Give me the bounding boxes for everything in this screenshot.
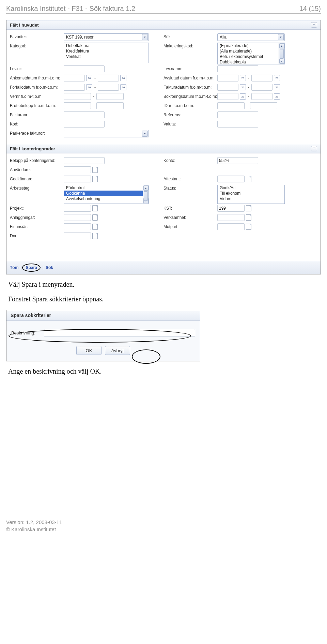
brutto-to-input[interactable] [96,102,124,109]
calendar-icon[interactable] [274,93,280,100]
lookup-icon[interactable] [246,176,251,182]
calendar-icon[interactable] [274,84,280,90]
kod-input[interactable] [64,121,105,128]
list-item[interactable]: Till ekonomi [218,191,284,196]
valuta-input[interactable] [217,121,258,128]
lookup-icon[interactable] [92,205,98,211]
list-item[interactable]: (Ej makulerade) [218,43,279,48]
calendar-icon[interactable] [86,84,92,90]
konto-input[interactable] [217,157,258,164]
list-item[interactable]: Kreditfaktura [64,48,149,54]
belopprad-input[interactable] [64,157,105,164]
label-makuleringskod: Makuleringskod: [164,43,217,48]
dropdown-icon[interactable]: ▾ [142,131,148,137]
dnr-input[interactable] [64,233,91,239]
ok-button[interactable]: OK [76,346,102,355]
ankomst-from-input[interactable] [64,75,85,81]
arbetssteg-listbox[interactable]: Förkontroll Godkänna Avvikelsehantering … [64,185,149,204]
lookup-icon[interactable] [246,205,251,211]
avbryt-button[interactable]: Avbryt [105,346,130,355]
calendar-icon[interactable] [240,75,246,81]
lookup-icon[interactable] [92,176,98,182]
brutto-from-input[interactable] [64,102,91,109]
lookup-icon[interactable] [246,214,251,221]
levnr-input[interactable] [64,65,105,72]
calendar-icon[interactable] [120,75,126,81]
list-item[interactable]: Beh. i ekonomisystemet [218,54,279,59]
dialog-spara-sokkriterier: Spara sökkriterier Beskrivning: OK Avbry… [6,310,200,361]
parkerade-select[interactable]: ▾ [64,130,149,137]
scroll-up-icon[interactable]: ▴ [279,43,284,48]
calendar-icon[interactable] [86,75,92,81]
verksamhet-input[interactable] [217,214,245,221]
tom-link[interactable]: Töm [10,265,18,270]
list-item[interactable]: (Alla makulerade) [218,48,279,54]
dropdown-icon[interactable]: ▾ [278,34,284,40]
instruction-text: Välj Spara i menyraden. [8,281,319,288]
scroll-thumb[interactable] [280,49,284,59]
scrollbar[interactable]: ▴ ▾ [143,185,149,204]
list-item[interactable]: Verifikat [64,54,149,59]
lookup-icon[interactable] [92,167,98,173]
list-item[interactable]: Dubblett/kopia [218,59,279,64]
scroll-thumb[interactable] [144,191,148,201]
collapse-icon[interactable]: ⌃ [311,146,317,151]
list-item[interactable]: Förkontroll [64,185,143,191]
godkannare-input[interactable] [64,176,91,182]
scrollbar[interactable]: ▴ ▾ [279,43,284,64]
spara-link[interactable]: Spara [26,265,37,270]
scroll-up-icon[interactable]: ▴ [143,185,149,191]
sok-link[interactable]: Sök [46,265,53,270]
list-item-selected[interactable]: Godkänna [64,191,143,196]
finansiar-input[interactable] [64,223,91,230]
calendar-icon[interactable] [240,84,246,90]
idnr-from-input[interactable] [217,102,245,109]
attestant-input[interactable] [217,176,245,182]
list-item[interactable]: Avvikelsehantering [64,196,143,201]
forfall-to-input[interactable] [98,84,119,91]
bokfor-to-input[interactable] [251,93,272,100]
makuleringskod-listbox[interactable]: (Ej makulerade) (Alla makulerade) Beh. i… [217,43,285,64]
anvandare-input[interactable] [64,166,91,173]
list-item[interactable]: Debetfaktura [64,43,149,48]
panel-huvudet: Favoriter: KST 199, resor ▾ Sök: Alla ▾ [6,30,321,144]
forfall-from-input[interactable] [64,84,85,91]
label-kst: KST: [164,205,217,211]
avslutad-from-input[interactable] [217,75,238,81]
projekt-input[interactable] [64,205,91,212]
calendar-icon[interactable] [240,93,246,100]
levnamn-input[interactable] [217,65,258,72]
lookup-icon[interactable] [92,224,98,230]
calendar-icon[interactable] [274,75,280,81]
list-item[interactable]: Vidare [218,196,284,201]
footer-org: © Karolinska Institutet [6,526,321,533]
lookup-icon[interactable] [92,214,98,221]
avslutad-to-input[interactable] [251,75,272,81]
vernr-to-input[interactable] [96,93,124,100]
label-belopprad: Belopp på konteringsrad: [10,157,64,163]
fakturanr-input[interactable] [64,111,105,118]
calendar-icon[interactable] [120,84,126,90]
beskrivning-input[interactable] [44,329,195,336]
kategori-listbox[interactable]: Debetfaktura Kreditfaktura Verifikat [64,43,149,63]
bokfor-from-input[interactable] [217,93,238,100]
status-listbox[interactable]: Godk/Att Till ekonomi Vidare [217,185,285,204]
kst-input[interactable] [217,205,245,212]
motpart-input[interactable] [217,223,245,230]
faktura-to-input[interactable] [251,84,272,91]
referens-input[interactable] [217,111,258,118]
sok-select[interactable]: Alla ▾ [217,33,285,41]
vernr-from-input[interactable] [64,93,91,100]
idnr-to-input[interactable] [250,102,277,109]
lookup-icon[interactable] [92,233,98,239]
favoriter-select[interactable]: KST 199, resor ▾ [64,33,149,41]
scroll-down-icon[interactable]: ▾ [279,59,284,64]
dropdown-icon[interactable]: ▾ [142,34,148,40]
lookup-icon[interactable] [246,224,251,230]
list-item[interactable]: Godk/Att [218,185,284,191]
collapse-icon[interactable]: ⌃ [311,22,317,28]
label-levnamn: Lev.namn: [164,65,217,71]
faktura-from-input[interactable] [217,84,238,91]
ankomst-to-input[interactable] [98,75,119,81]
anlaggningar-input[interactable] [64,214,91,221]
